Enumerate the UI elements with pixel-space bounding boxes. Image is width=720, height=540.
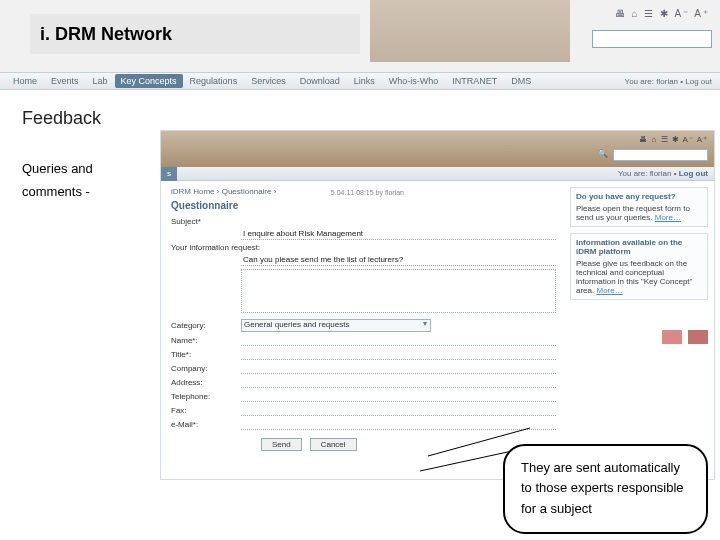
label-title: Title*: [171, 350, 241, 359]
label-category: Category: [171, 321, 241, 330]
nav-lab[interactable]: Lab [86, 76, 115, 86]
slide-header: i. DRM Network 🖶 ⌂ ☰ ✱ A⁻ A⁺ [0, 0, 720, 72]
nav-services[interactable]: Services [244, 76, 293, 86]
main-nav: Home Events Lab Key Concepts Regulations… [0, 72, 720, 90]
row-address: Address: [171, 377, 556, 388]
inner-nav: s You are: florian • Log out [161, 167, 714, 181]
partner-logos [570, 330, 708, 344]
callout-bubble: They are sent automatically to those exp… [503, 444, 708, 534]
sidebox-request-title: Do you have any request? [576, 192, 702, 201]
request-textarea[interactable] [241, 269, 556, 313]
label-telephone: Telephone: [171, 392, 241, 401]
sidebox-info-body: Please give us feedback on the technical… [576, 259, 692, 295]
row-name: Name*: [171, 335, 556, 346]
field-email[interactable] [241, 419, 556, 430]
label-company: Company: [171, 364, 241, 373]
row-subject-value: I enquire about Risk Management [171, 229, 556, 240]
label-address: Address: [171, 378, 241, 387]
sidebox-request-more[interactable]: More… [655, 213, 681, 222]
row-email: e-Mail*: [171, 419, 556, 430]
row-category: Category: General queries and requests [171, 319, 556, 332]
field-telephone[interactable] [241, 391, 556, 402]
cancel-button[interactable]: Cancel [310, 438, 357, 451]
row-fax: Fax: [171, 405, 556, 416]
logo-1 [662, 330, 682, 344]
embedded-screenshot: 🖶 ⌂ ☰ ✱ A⁻ A⁺ 🔍 s You are: florian • Log… [160, 130, 715, 480]
inner-sidebar: Do you have any request? Please open the… [564, 181, 714, 479]
nav-dms[interactable]: DMS [504, 76, 538, 86]
section-title: Feedback [22, 108, 698, 129]
nav-key-concepts[interactable]: Key Concepts [115, 74, 183, 88]
nav-events[interactable]: Events [44, 76, 86, 86]
questionnaire-area: 5.04.11 08:15 by florian iDRM Home › Que… [161, 181, 564, 479]
sidebox-info: Information available on the iDRM platfo… [570, 233, 708, 300]
field-subject[interactable]: I enquire about Risk Management [241, 229, 556, 240]
search-input[interactable] [592, 30, 712, 48]
row-request: Your information request: [171, 243, 556, 252]
date-corner: 5.04.11 08:15 by florian [331, 189, 404, 197]
field-company[interactable] [241, 363, 556, 374]
inner-accessibility-icons[interactable]: 🖶 ⌂ ☰ ✱ A⁻ A⁺ [639, 135, 708, 144]
row-telephone: Telephone: [171, 391, 556, 402]
send-button[interactable]: Send [261, 438, 302, 451]
label-request: Your information request: [171, 243, 260, 252]
nav-home[interactable]: Home [6, 76, 44, 86]
slide-title-box: i. DRM Network [30, 14, 360, 54]
inner-nav-tab[interactable]: s [161, 167, 177, 181]
inner-banner: 🖶 ⌂ ☰ ✱ A⁻ A⁺ 🔍 [161, 131, 714, 167]
field-request[interactable]: Can you please send me the list of lectu… [241, 255, 556, 266]
field-title[interactable] [241, 349, 556, 360]
field-name[interactable] [241, 335, 556, 346]
nav-regulations[interactable]: Regulations [183, 76, 245, 86]
form-title: Questionnaire [171, 200, 556, 211]
inner-content: 5.04.11 08:15 by florian iDRM Home › Que… [161, 181, 714, 479]
row-subject: Subject* [171, 217, 556, 226]
label-email: e-Mail*: [171, 420, 241, 429]
nav-links[interactable]: Links [347, 76, 382, 86]
inner-logout-link[interactable]: Log out [679, 169, 708, 178]
inner-status: You are: florian • [618, 169, 679, 178]
logo-2 [688, 330, 708, 344]
field-address[interactable] [241, 377, 556, 388]
row-request-value: Can you please send me the list of lectu… [171, 255, 556, 266]
callout-text: They are sent automatically to those exp… [521, 460, 684, 517]
label-name: Name*: [171, 336, 241, 345]
search-icon[interactable]: 🔍 [598, 149, 608, 158]
sidebox-info-title: Information available on the iDRM platfo… [576, 238, 702, 256]
label-fax: Fax: [171, 406, 241, 415]
inner-search-input[interactable] [613, 149, 708, 161]
nav-intranet[interactable]: INTRANET [445, 76, 504, 86]
nav-download[interactable]: Download [293, 76, 347, 86]
accessibility-icons[interactable]: 🖶 ⌂ ☰ ✱ A⁻ A⁺ [615, 8, 710, 19]
row-title: Title*: [171, 349, 556, 360]
nav-who-is-who[interactable]: Who-is-Who [382, 76, 446, 86]
slide-title: i. DRM Network [40, 24, 172, 45]
label-subject: Subject* [171, 217, 241, 226]
category-select[interactable]: General queries and requests [241, 319, 431, 332]
row-company: Company: [171, 363, 556, 374]
sidebox-request: Do you have any request? Please open the… [570, 187, 708, 227]
sidebox-info-more[interactable]: More… [596, 286, 622, 295]
logout-text[interactable]: You are: florian • Log out [625, 77, 712, 86]
field-fax[interactable] [241, 405, 556, 416]
header-image [370, 0, 570, 62]
